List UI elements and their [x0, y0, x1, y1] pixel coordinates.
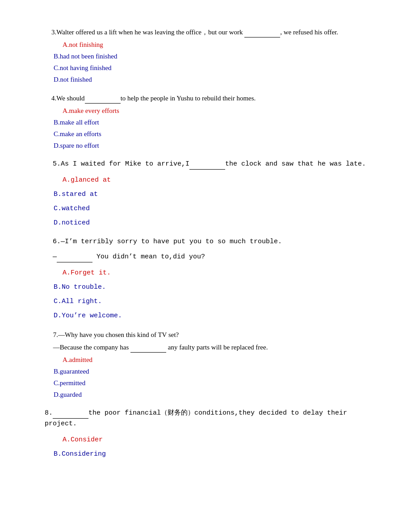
q5-option-a: A.glanced at	[63, 175, 375, 186]
question-7: 7.—Why have you chosen this kind of TV s…	[45, 329, 375, 400]
q5-option-a-text: A.glanced at	[63, 176, 111, 184]
q5-option-c: C.watched	[54, 204, 375, 214]
q6-option-a-text: A.Forget it.	[63, 269, 111, 277]
q3-option-b: B.had not been finished	[54, 51, 375, 62]
q8-option-a: A.Consider	[63, 435, 375, 445]
question-5: 5.As I waited for Mike to arrive,Ithe cl…	[45, 159, 375, 229]
q8-option-b: B.Considering	[54, 449, 375, 460]
q5-option-d: D.noticed	[54, 218, 375, 229]
q3-option-d: D.not finished	[54, 74, 375, 85]
q6-option-b-text: B.No trouble.	[54, 283, 106, 291]
q3-option-b-text: B.had not been finished	[54, 53, 117, 60]
q4-option-b-text: B.make all effort	[54, 119, 99, 126]
q3-option-a-text: A.not finishing	[63, 41, 103, 48]
q6-option-d: D.You’re welcome.	[54, 311, 375, 321]
q3-option-a: A.not finishing	[63, 39, 375, 50]
question-4: 4.We shouldto help the people in Yushu t…	[45, 93, 375, 151]
q5-option-c-text: C.watched	[54, 205, 90, 212]
q4-option-a: A.make every efforts	[63, 105, 375, 116]
q7-option-c-text: C.permitted	[54, 379, 85, 387]
q3-option-c-text: C.not having finished	[54, 64, 112, 71]
q6-option-c: C.All right.	[54, 296, 375, 307]
question-6: 6.—I’m terribly sorry to have put you to…	[45, 237, 375, 321]
q3-option-d-text: D.not finished	[54, 76, 92, 83]
q7-option-d-text: D.guarded	[54, 391, 82, 398]
q7-line2: —Because the company has any faulty part…	[45, 342, 375, 353]
q8-text: 8.the poor financial（财务的）conditions,they…	[45, 408, 375, 429]
q7-line1: 7.—Why have you chosen this kind of TV s…	[45, 329, 375, 340]
q4-option-c: C.make an efforts	[54, 129, 375, 139]
q6-line2: — You didn’t mean to,did you?	[45, 252, 375, 262]
q6-option-b: B.No trouble.	[54, 282, 375, 293]
q6-option-a: A.Forget it.	[63, 268, 375, 278]
q4-option-d-text: D.spare no effort	[54, 142, 99, 149]
q7-option-a: A.admitted	[63, 354, 375, 365]
q8-option-b-text: B.Considering	[54, 450, 106, 458]
q4-option-b: B.make all effort	[54, 117, 375, 128]
q4-option-d: D.spare no effort	[54, 140, 375, 151]
q4-option-a-text: A.make every efforts	[63, 107, 119, 114]
q3-text: 3.Walter offered us a lift when he was l…	[45, 27, 375, 37]
q6-option-c-text: C.All right.	[54, 298, 102, 305]
q4-option-c-text: C.make an efforts	[54, 130, 101, 137]
q7-option-a-text: A.admitted	[63, 356, 92, 363]
question-8: 8.the poor financial（财务的）conditions,they…	[45, 408, 375, 460]
question-3: 3.Walter offered us a lift when he was l…	[45, 27, 375, 85]
q7-option-b: B.guaranteed	[54, 366, 375, 377]
q5-option-d-text: D.noticed	[54, 219, 90, 227]
q5-text: 5.As I waited for Mike to arrive,Ithe cl…	[45, 159, 375, 170]
q5-option-b: B.stared at	[54, 189, 375, 200]
q6-line1: 6.—I’m terribly sorry to have put you to…	[45, 237, 375, 247]
q7-option-c: C.permitted	[54, 378, 375, 388]
q8-option-a-text: A.Consider	[63, 436, 103, 444]
q3-option-c: C.not having finished	[54, 62, 375, 73]
q4-text: 4.We shouldto help the people in Yushu t…	[45, 93, 375, 104]
q7-option-d: D.guarded	[54, 389, 375, 400]
q5-option-b-text: B.stared at	[54, 191, 98, 198]
q6-option-d-text: D.You’re welcome.	[54, 312, 122, 320]
q7-option-b-text: B.guaranteed	[54, 368, 89, 375]
